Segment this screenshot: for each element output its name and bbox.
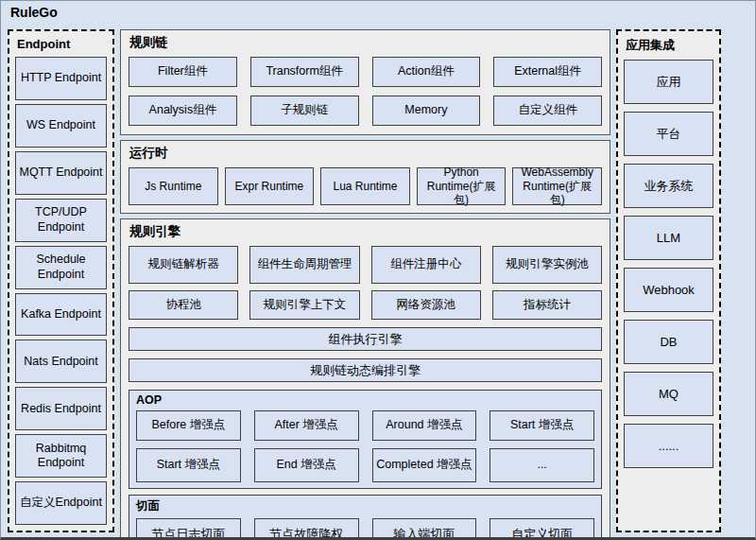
endpoint-item: WS Endpoint xyxy=(15,104,107,148)
rule-chain-section: 规则链 Filter组件 Transform组件 Action组件 Extern… xyxy=(120,29,610,135)
aop-section-title: AOP xyxy=(136,393,594,407)
runtime-item: Js Runtime xyxy=(129,167,218,205)
endpoint-panel-title: Endpoint xyxy=(17,37,107,51)
endpoint-item: HTTP Endpoint xyxy=(15,57,107,100)
integration-item: 应用 xyxy=(624,60,713,104)
runtime-item: Lua Runtime xyxy=(320,167,410,205)
engine-item: 规则链解析器 xyxy=(129,246,238,284)
runtime-section-title: 运行时 xyxy=(129,145,602,162)
runtime-item: Python Runtime(扩展包) xyxy=(417,167,507,205)
integration-list: 应用 平台 业务系统 LLM Webhook DB MQ ...... xyxy=(624,60,713,468)
aop-enhance-point: After 增强点 xyxy=(254,410,359,441)
engine-item: 规则引擎上下文 xyxy=(249,290,359,320)
integration-item: 平台 xyxy=(624,112,713,156)
aspect-item: 节点日志切面 xyxy=(136,518,241,540)
aop-enhance-point: Start 增强点 xyxy=(490,410,594,441)
aop-section: AOP Before 增强点 After 增强点 Around 增强点 Star… xyxy=(129,390,602,489)
engine-item: 组件注册中心 xyxy=(371,246,481,284)
runtime-item: Expr Runtime xyxy=(225,167,315,205)
aop-enhance-point-more: ... xyxy=(490,448,594,482)
endpoint-panel: Endpoint HTTP Endpoint WS Endpoint MQTT … xyxy=(8,29,114,532)
endpoint-item: Rabbitmq Endpoint xyxy=(15,434,107,478)
integration-item: MQ xyxy=(624,372,713,416)
aop-enhance-point: End 增强点 xyxy=(254,448,359,482)
diagram-body: Endpoint HTTP Endpoint WS Endpoint MQTT … xyxy=(8,29,721,532)
aop-grid: Before 增强点 After 增强点 Around 增强点 Start 增强… xyxy=(136,410,594,482)
engine-bar-component-execution: 组件执行引擎 xyxy=(129,327,602,351)
integration-item: DB xyxy=(624,320,713,364)
endpoint-item: Redis Endpoint xyxy=(15,387,107,430)
rule-chain-component: Memory xyxy=(372,96,481,126)
endpoint-list: HTTP Endpoint WS Endpoint MQTT Endpoint … xyxy=(15,57,107,525)
engine-item: 协程池 xyxy=(129,290,238,320)
aop-enhance-point: Before 增强点 xyxy=(136,410,241,441)
integration-panel-title: 应用集成 xyxy=(626,37,713,54)
endpoint-item: Kafka Endpoint xyxy=(15,293,107,337)
engine-bar-dynamic-orchestration: 规则链动态编排引擎 xyxy=(129,358,602,382)
engine-item: 规则引擎实例池 xyxy=(492,246,602,284)
engine-item: 指标统计 xyxy=(492,290,602,320)
rulego-architecture-diagram: RuleGo Endpoint HTTP Endpoint WS Endpoin… xyxy=(0,0,756,540)
integration-item-more: ...... xyxy=(624,424,713,468)
aop-enhance-point: Completed 增强点 xyxy=(372,448,477,482)
engine-item: 组件生命周期管理 xyxy=(249,246,359,284)
integration-item: Webhook xyxy=(624,268,713,312)
rule-chain-component: External组件 xyxy=(493,57,602,87)
endpoint-item: Nats Endpoint xyxy=(15,340,107,383)
aop-enhance-point: Start 增强点 xyxy=(136,448,241,482)
integration-item: 业务系统 xyxy=(624,164,713,208)
rule-chain-component: Analysis组件 xyxy=(129,96,237,126)
engine-item: 网络资源池 xyxy=(371,290,481,320)
endpoint-item: TCP/UDP Endpoint xyxy=(15,199,107,242)
endpoint-item: 自定义Endpoint xyxy=(15,481,107,525)
endpoint-item: MQTT Endpoint xyxy=(15,151,107,195)
aspect-section: 切面 节点日志切面 节点故障降权 输入端切面 自定义切面 xyxy=(129,495,602,540)
rule-engine-section: 规则引擎 规则链解析器 组件生命周期管理 组件注册中心 规则引擎实例池 协程池 … xyxy=(120,218,610,540)
rule-chain-component: Action组件 xyxy=(372,57,481,87)
rule-chain-component: 子规则链 xyxy=(250,96,359,126)
integration-panel: 应用集成 应用 平台 业务系统 LLM Webhook DB MQ ...... xyxy=(616,29,721,532)
rule-chain-grid: Filter组件 Transform组件 Action组件 External组件… xyxy=(129,57,602,126)
aspect-item: 节点故障降权 xyxy=(254,518,359,540)
rule-chain-component: Filter组件 xyxy=(129,57,237,87)
aspect-item: 自定义切面 xyxy=(490,518,594,540)
integration-item: LLM xyxy=(624,216,713,260)
aspect-section-title: 切面 xyxy=(136,498,594,514)
aop-enhance-point: Around 增强点 xyxy=(372,410,477,441)
rule-engine-grid: 规则链解析器 组件生命周期管理 组件注册中心 规则引擎实例池 协程池 规则引擎上… xyxy=(129,246,602,320)
runtime-grid: Js Runtime Expr Runtime Lua Runtime Pyth… xyxy=(129,167,602,205)
rule-chain-section-title: 规则链 xyxy=(129,34,602,51)
aspect-item: 输入端切面 xyxy=(372,518,477,540)
endpoint-item: Schedule Endpoint xyxy=(15,246,107,289)
runtime-section: 运行时 Js Runtime Expr Runtime Lua Runtime … xyxy=(120,140,610,214)
app-title: RuleGo xyxy=(10,5,58,20)
runtime-item: WebAssembly Runtime(扩展包) xyxy=(512,167,602,205)
rule-engine-section-title: 规则引擎 xyxy=(129,223,602,240)
rule-chain-component: 自定义组件 xyxy=(493,96,602,126)
aspect-grid: 节点日志切面 节点故障降权 输入端切面 自定义切面 xyxy=(136,518,594,540)
middle-column: 规则链 Filter组件 Transform组件 Action组件 Extern… xyxy=(120,29,610,532)
rule-chain-component: Transform组件 xyxy=(250,57,359,87)
